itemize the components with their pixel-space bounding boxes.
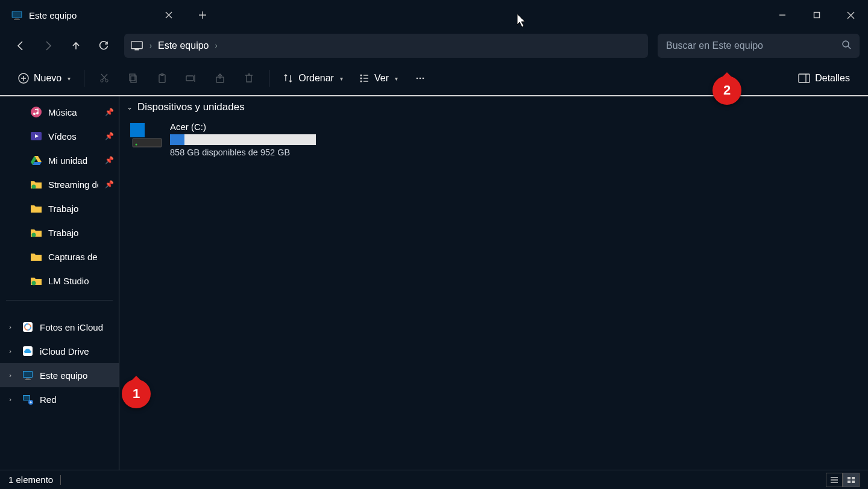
chevron-right-icon: › [215, 42, 218, 50]
svg-rect-54 [852, 477, 855, 479]
search-icon [841, 40, 851, 52]
back-button[interactable] [8, 34, 33, 58]
chevron-down-icon: ⌄ [127, 103, 133, 111]
sidebar-item[interactable]: Mi unidad📌 [0, 148, 119, 172]
pc-icon [130, 40, 143, 51]
svg-point-7 [843, 41, 849, 47]
tab-current[interactable]: Este equipo [0, 0, 187, 30]
drive-item[interactable]: Acer (C:) 858 GB disponibles de 952 GB [127, 118, 440, 161]
share-button[interactable] [206, 66, 234, 90]
breadcrumb[interactable]: › Este equipo › [124, 34, 648, 58]
svg-point-34 [32, 281, 36, 285]
svg-rect-40 [24, 372, 32, 377]
details-label: Detalles [815, 73, 850, 84]
sidebar-item[interactable]: Música📌 [0, 100, 119, 124]
up-button[interactable] [64, 34, 88, 58]
breadcrumb-current: Este equipo [158, 40, 209, 51]
chevron-right-icon[interactable]: › [5, 323, 16, 331]
new-button[interactable]: Nuevo ▾ [11, 66, 78, 90]
view-button[interactable]: Ver ▾ [351, 66, 405, 90]
svg-rect-42 [25, 379, 31, 380]
view-mode-toggle [826, 473, 860, 487]
svg-point-33 [32, 233, 36, 237]
maximize-button[interactable] [799, 3, 834, 27]
svg-rect-6 [134, 49, 139, 51]
details-view-button[interactable] [826, 473, 843, 487]
svg-point-21 [420, 78, 421, 79]
svg-rect-49 [130, 130, 137, 137]
forward-button[interactable] [36, 34, 60, 58]
titlebar: Este equipo [0, 0, 868, 30]
tab-close-button[interactable] [160, 7, 177, 23]
music-icon [30, 106, 42, 118]
paste-button[interactable] [148, 66, 176, 90]
pin-icon: 📌 [104, 156, 114, 164]
section-title: Dispositivos y unidades [137, 101, 245, 113]
svg-marker-57 [517, 14, 525, 27]
search-box[interactable] [658, 34, 860, 58]
svg-rect-44 [24, 396, 30, 400]
delete-button[interactable] [235, 66, 263, 90]
chevron-right-icon[interactable]: › [5, 347, 16, 355]
sidebar-tree-item[interactable]: ›Este equipo [0, 363, 119, 387]
pc-icon [11, 10, 23, 20]
sidebar-item-label: Música [48, 107, 98, 117]
sidebar-item-label: Trabajo [48, 204, 98, 214]
drive-name: Acer (C:) [170, 122, 316, 132]
svg-point-24 [31, 107, 42, 117]
svg-point-20 [417, 78, 418, 79]
svg-rect-55 [848, 481, 851, 483]
close-button[interactable] [834, 3, 868, 27]
chevron-down-icon: ▾ [68, 75, 71, 82]
gdrive-folder-icon [30, 178, 42, 190]
svg-rect-48 [137, 123, 145, 129]
sidebar[interactable]: Música📌Vídeos📌Mi unidad📌Streaming de📌Tra… [0, 96, 119, 470]
window-controls [765, 3, 868, 27]
content-area[interactable]: ⌄ Dispositivos y unidades Acer (C:) 858 … [119, 96, 868, 470]
search-input[interactable] [666, 40, 835, 51]
more-button[interactable] [406, 66, 434, 90]
sidebar-item[interactable]: Vídeos📌 [0, 124, 119, 148]
svg-point-19 [360, 81, 362, 83]
sidebar-tree-item[interactable]: ›Fotos en iCloud [0, 315, 119, 339]
sidebar-item[interactable]: Capturas de par [0, 244, 119, 269]
folder-icon [30, 251, 42, 263]
sidebar-item[interactable]: Trabajo [0, 196, 119, 220]
drive-subtext: 858 GB disponibles de 952 GB [170, 148, 316, 157]
sidebar-item-label: iCloud Drive [40, 346, 114, 357]
sidebar-tree-item[interactable]: ›iCloud Drive [0, 339, 119, 363]
icloud-icon [22, 345, 34, 357]
copy-button[interactable] [119, 66, 147, 90]
sidebar-item-label: Fotos en iCloud [40, 322, 114, 332]
svg-rect-5 [131, 42, 142, 49]
chevron-down-icon: ▾ [395, 75, 398, 82]
details-pane-button[interactable]: Detalles [791, 66, 857, 90]
chevron-right-icon[interactable]: › [5, 396, 16, 403]
refresh-button[interactable] [92, 34, 116, 58]
tiles-view-button[interactable] [843, 473, 860, 487]
sidebar-item-label: Vídeos [48, 131, 98, 142]
minimize-button[interactable] [765, 3, 799, 27]
sidebar-item-label: Este equipo [40, 370, 114, 381]
sidebar-item[interactable]: Streaming de📌 [0, 172, 119, 196]
svg-point-18 [360, 78, 362, 79]
item-count: 1 elemento [8, 475, 53, 485]
sidebar-item[interactable]: Trabajo [0, 220, 119, 244]
svg-rect-2 [15, 18, 19, 19]
new-label: Nuevo [34, 73, 61, 84]
icloud-photos-icon [22, 321, 34, 333]
sidebar-item-label: Capturas de par [48, 252, 98, 262]
sort-button[interactable]: Ordenar ▾ [275, 66, 350, 90]
chevron-right-icon[interactable]: › [5, 372, 16, 379]
new-tab-button[interactable] [190, 3, 215, 27]
sidebar-tree-item[interactable]: ›Red [0, 387, 119, 411]
rename-button[interactable] [177, 66, 205, 90]
mouse-cursor-icon [517, 14, 528, 28]
addressbar: › Este equipo › [0, 30, 868, 61]
section-header[interactable]: ⌄ Dispositivos y unidades [127, 101, 861, 113]
sidebar-item[interactable]: LM Studio [0, 269, 119, 293]
separator [6, 300, 113, 301]
cut-button[interactable] [90, 66, 118, 90]
drive-icon [129, 122, 164, 149]
statusbar: 1 elemento [0, 470, 868, 489]
